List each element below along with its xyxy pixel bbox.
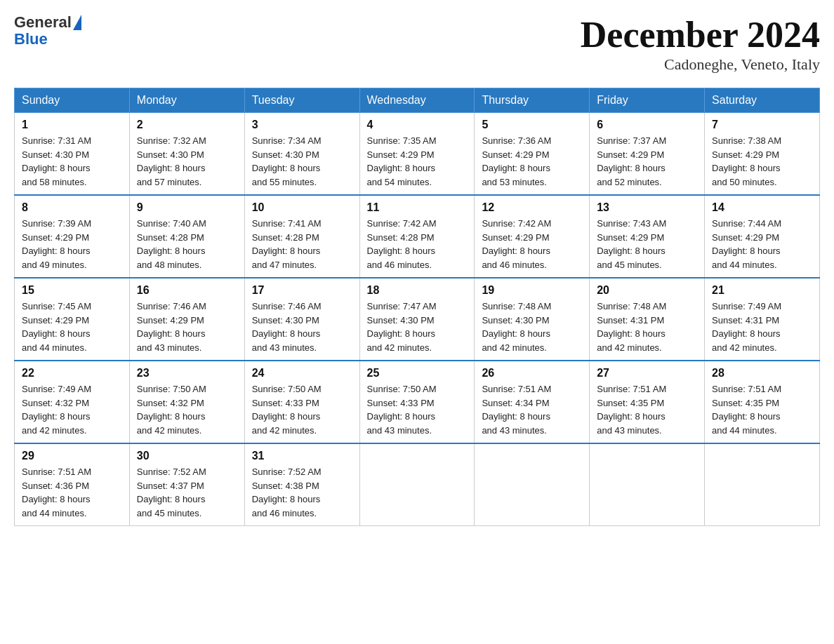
table-row: 26Sunrise: 7:51 AMSunset: 4:34 PMDayligh…	[475, 361, 590, 443]
day-info: Sunrise: 7:46 AMSunset: 4:30 PMDaylight:…	[252, 300, 352, 354]
day-number: 24	[252, 367, 352, 380]
day-info: Sunrise: 7:35 AMSunset: 4:29 PMDaylight:…	[367, 134, 468, 189]
table-row: 1Sunrise: 7:31 AMSunset: 4:30 PMDaylight…	[15, 113, 130, 196]
day-number: 29	[22, 450, 122, 462]
table-row: 12Sunrise: 7:42 AMSunset: 4:29 PMDayligh…	[475, 195, 590, 278]
day-number: 22	[22, 367, 122, 380]
day-info: Sunrise: 7:42 AMSunset: 4:28 PMDaylight:…	[367, 217, 468, 271]
day-number: 26	[482, 367, 582, 380]
logo-row-top: General	[14, 14, 81, 31]
day-info: Sunrise: 7:51 AMSunset: 4:36 PMDaylight:…	[22, 465, 122, 520]
day-info: Sunrise: 7:46 AMSunset: 4:29 PMDaylight:…	[137, 300, 237, 354]
day-info: Sunrise: 7:34 AMSunset: 4:30 PMDaylight:…	[252, 134, 352, 189]
table-row: 11Sunrise: 7:42 AMSunset: 4:28 PMDayligh…	[359, 195, 475, 278]
day-number: 13	[597, 201, 697, 214]
weekday-header-tuesday: Tuesday	[244, 88, 359, 113]
calendar-week-4: 22Sunrise: 7:49 AMSunset: 4:32 PMDayligh…	[15, 361, 820, 443]
weekday-header-row: SundayMondayTuesdayWednesdayThursdayFrid…	[15, 88, 820, 113]
calendar-week-2: 8Sunrise: 7:39 AMSunset: 4:29 PMDaylight…	[15, 195, 820, 278]
table-row: 4Sunrise: 7:35 AMSunset: 4:29 PMDaylight…	[359, 113, 475, 196]
table-row: 24Sunrise: 7:50 AMSunset: 4:33 PMDayligh…	[244, 361, 359, 443]
day-number: 23	[137, 367, 237, 380]
day-info: Sunrise: 7:52 AMSunset: 4:38 PMDaylight:…	[252, 465, 352, 520]
day-number: 14	[712, 201, 812, 214]
weekday-header-wednesday: Wednesday	[359, 88, 475, 113]
table-row: 10Sunrise: 7:41 AMSunset: 4:28 PMDayligh…	[244, 195, 359, 278]
logo: General Blue	[14, 14, 81, 48]
table-row: 17Sunrise: 7:46 AMSunset: 4:30 PMDayligh…	[244, 278, 359, 361]
weekday-header-monday: Monday	[129, 88, 244, 113]
table-row: 25Sunrise: 7:50 AMSunset: 4:33 PMDayligh…	[359, 361, 475, 443]
day-number: 5	[482, 119, 582, 131]
day-number: 19	[482, 284, 582, 297]
logo-triangle-icon	[73, 15, 81, 30]
title-block: December 2024 Cadoneghe, Veneto, Italy	[581, 14, 820, 74]
day-number: 3	[252, 119, 352, 131]
day-number: 31	[252, 450, 352, 462]
table-row: 13Sunrise: 7:43 AMSunset: 4:29 PMDayligh…	[590, 195, 705, 278]
day-info: Sunrise: 7:38 AMSunset: 4:29 PMDaylight:…	[712, 134, 812, 189]
table-row: 29Sunrise: 7:51 AMSunset: 4:36 PMDayligh…	[15, 443, 130, 526]
day-info: Sunrise: 7:41 AMSunset: 4:28 PMDaylight:…	[252, 217, 352, 271]
day-number: 28	[712, 367, 812, 380]
calendar-table: SundayMondayTuesdayWednesdayThursdayFrid…	[14, 88, 820, 526]
table-row: 5Sunrise: 7:36 AMSunset: 4:29 PMDaylight…	[475, 113, 590, 196]
day-info: Sunrise: 7:48 AMSunset: 4:31 PMDaylight:…	[597, 300, 697, 354]
day-info: Sunrise: 7:44 AMSunset: 4:29 PMDaylight:…	[712, 217, 812, 271]
day-info: Sunrise: 7:48 AMSunset: 4:30 PMDaylight:…	[482, 300, 582, 354]
table-row: 9Sunrise: 7:40 AMSunset: 4:28 PMDaylight…	[129, 195, 244, 278]
table-row: 20Sunrise: 7:48 AMSunset: 4:31 PMDayligh…	[590, 278, 705, 361]
table-row: 3Sunrise: 7:34 AMSunset: 4:30 PMDaylight…	[244, 113, 359, 196]
day-info: Sunrise: 7:39 AMSunset: 4:29 PMDaylight:…	[22, 217, 122, 271]
day-number: 21	[712, 284, 812, 297]
day-number: 7	[712, 119, 812, 131]
page-header: General Blue December 2024 Cadoneghe, Ve…	[14, 14, 820, 74]
day-number: 9	[137, 201, 237, 214]
day-info: Sunrise: 7:31 AMSunset: 4:30 PMDaylight:…	[22, 134, 122, 189]
day-number: 27	[597, 367, 697, 380]
day-number: 2	[137, 119, 237, 131]
day-number: 30	[137, 450, 237, 462]
table-row: 22Sunrise: 7:49 AMSunset: 4:32 PMDayligh…	[15, 361, 130, 443]
table-row: 28Sunrise: 7:51 AMSunset: 4:35 PMDayligh…	[705, 361, 820, 443]
day-info: Sunrise: 7:42 AMSunset: 4:29 PMDaylight:…	[482, 217, 582, 271]
day-info: Sunrise: 7:50 AMSunset: 4:33 PMDaylight:…	[252, 382, 352, 437]
day-number: 4	[367, 119, 468, 131]
table-row: 15Sunrise: 7:45 AMSunset: 4:29 PMDayligh…	[15, 278, 130, 361]
day-info: Sunrise: 7:36 AMSunset: 4:29 PMDaylight:…	[482, 134, 582, 189]
table-row	[705, 443, 820, 526]
logo-general-text: General	[14, 14, 72, 31]
day-info: Sunrise: 7:37 AMSunset: 4:29 PMDaylight:…	[597, 134, 697, 189]
calendar-body: 1Sunrise: 7:31 AMSunset: 4:30 PMDaylight…	[15, 113, 820, 526]
day-number: 12	[482, 201, 582, 214]
table-row: 19Sunrise: 7:48 AMSunset: 4:30 PMDayligh…	[475, 278, 590, 361]
day-info: Sunrise: 7:50 AMSunset: 4:33 PMDaylight:…	[367, 382, 468, 437]
day-info: Sunrise: 7:49 AMSunset: 4:32 PMDaylight:…	[22, 382, 122, 437]
table-row: 18Sunrise: 7:47 AMSunset: 4:30 PMDayligh…	[359, 278, 475, 361]
logo-row-bottom: Blue	[14, 31, 81, 48]
day-info: Sunrise: 7:49 AMSunset: 4:31 PMDaylight:…	[712, 300, 812, 354]
table-row: 8Sunrise: 7:39 AMSunset: 4:29 PMDaylight…	[15, 195, 130, 278]
day-info: Sunrise: 7:50 AMSunset: 4:32 PMDaylight:…	[137, 382, 237, 437]
day-number: 17	[252, 284, 352, 297]
day-info: Sunrise: 7:51 AMSunset: 4:34 PMDaylight:…	[482, 382, 582, 437]
day-info: Sunrise: 7:52 AMSunset: 4:37 PMDaylight:…	[137, 465, 237, 520]
table-row: 31Sunrise: 7:52 AMSunset: 4:38 PMDayligh…	[244, 443, 359, 526]
day-number: 8	[22, 201, 122, 214]
day-number: 25	[367, 367, 468, 380]
calendar-header: SundayMondayTuesdayWednesdayThursdayFrid…	[15, 88, 820, 113]
table-row: 14Sunrise: 7:44 AMSunset: 4:29 PMDayligh…	[705, 195, 820, 278]
table-row: 16Sunrise: 7:46 AMSunset: 4:29 PMDayligh…	[129, 278, 244, 361]
day-info: Sunrise: 7:40 AMSunset: 4:28 PMDaylight:…	[137, 217, 237, 271]
table-row: 30Sunrise: 7:52 AMSunset: 4:37 PMDayligh…	[129, 443, 244, 526]
weekday-header-saturday: Saturday	[705, 88, 820, 113]
day-info: Sunrise: 7:45 AMSunset: 4:29 PMDaylight:…	[22, 300, 122, 354]
logo-block: General Blue	[14, 14, 81, 48]
calendar-week-1: 1Sunrise: 7:31 AMSunset: 4:30 PMDaylight…	[15, 113, 820, 196]
month-title: December 2024	[581, 14, 820, 55]
weekday-header-friday: Friday	[590, 88, 705, 113]
day-number: 15	[22, 284, 122, 297]
table-row: 27Sunrise: 7:51 AMSunset: 4:35 PMDayligh…	[590, 361, 705, 443]
day-number: 11	[367, 201, 468, 214]
day-info: Sunrise: 7:47 AMSunset: 4:30 PMDaylight:…	[367, 300, 468, 354]
